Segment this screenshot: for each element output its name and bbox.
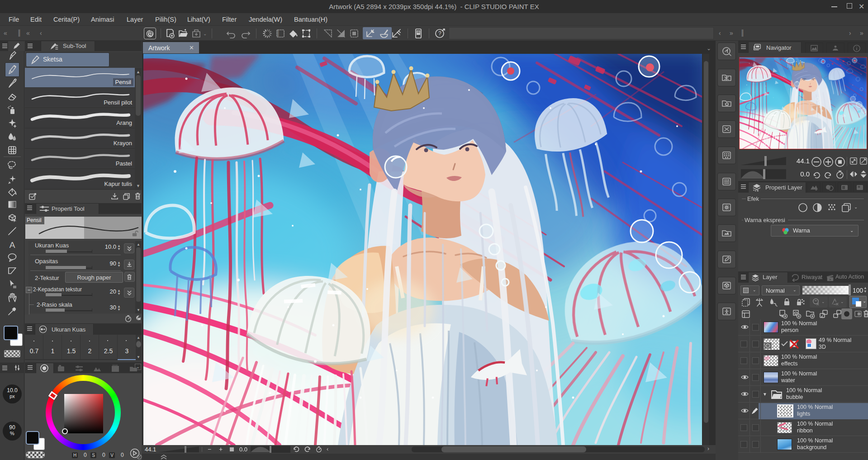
svg-text:A: A — [9, 240, 15, 250]
svg-text:?: ? — [438, 30, 441, 37]
